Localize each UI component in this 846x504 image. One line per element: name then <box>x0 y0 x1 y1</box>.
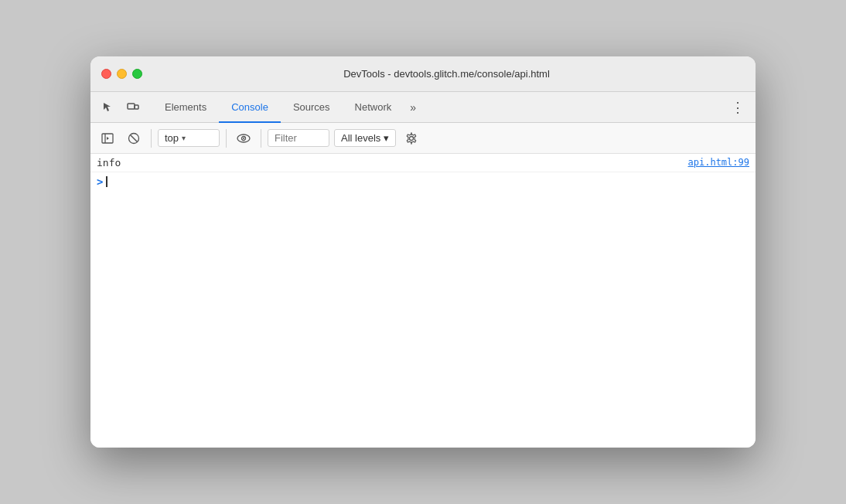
toolbar-divider-2 <box>226 129 227 148</box>
svg-rect-1 <box>135 105 138 109</box>
minimize-button[interactable] <box>117 69 127 79</box>
filter-input[interactable] <box>268 129 329 147</box>
tab-bar-icons <box>97 92 145 122</box>
tab-network[interactable]: Network <box>343 92 404 123</box>
desktop: DevTools - devtools.glitch.me/console/ap… <box>0 0 846 504</box>
console-log-row: info api.html:99 <box>90 154 756 172</box>
levels-label: All levels <box>341 132 380 144</box>
tab-console[interactable]: Console <box>219 92 281 123</box>
console-message-text: info <box>97 157 121 169</box>
svg-rect-0 <box>128 104 135 109</box>
svg-point-10 <box>410 136 414 140</box>
levels-arrow: ▾ <box>384 132 389 144</box>
toolbar-divider-3 <box>261 129 261 148</box>
svg-point-9 <box>243 138 244 139</box>
console-message: info <box>97 157 688 169</box>
console-prompt: > <box>97 175 103 188</box>
toolbar: top ▾ All levels ▾ <box>90 123 756 154</box>
toolbar-divider-1 <box>151 129 152 148</box>
svg-line-6 <box>131 135 138 141</box>
console-content: info api.html:99 > <box>90 154 756 448</box>
tabs: Elements Console Sources Network » <box>152 92 726 122</box>
maximize-button[interactable] <box>132 69 142 79</box>
context-label: top <box>165 132 179 144</box>
show-network-button[interactable] <box>233 128 254 149</box>
log-levels-selector[interactable]: All levels ▾ <box>334 129 396 147</box>
window-title: DevTools - devtools.glitch.me/console/ap… <box>148 68 745 80</box>
tab-bar: Elements Console Sources Network » ⋮ <box>90 92 756 123</box>
sidebar-toggle-button[interactable] <box>97 128 118 149</box>
device-toggle-icon[interactable] <box>121 96 145 119</box>
settings-button[interactable] <box>401 128 422 149</box>
more-options-button[interactable]: ⋮ <box>726 96 749 119</box>
tab-sources[interactable]: Sources <box>281 92 343 123</box>
title-bar: DevTools - devtools.glitch.me/console/ap… <box>90 56 756 92</box>
tab-overflow[interactable]: » <box>404 92 422 122</box>
tab-bar-right: ⋮ <box>726 92 749 122</box>
devtools-window: DevTools - devtools.glitch.me/console/ap… <box>90 56 756 448</box>
clear-console-button[interactable] <box>123 128 145 149</box>
tab-elements[interactable]: Elements <box>152 92 219 123</box>
context-arrow: ▾ <box>182 134 186 142</box>
console-source-link[interactable]: api.html:99 <box>688 157 749 168</box>
console-input-row[interactable]: > <box>90 172 756 191</box>
select-element-icon[interactable] <box>97 96 120 119</box>
console-cursor <box>106 176 107 187</box>
svg-marker-4 <box>107 137 109 140</box>
traffic-lights <box>101 69 142 79</box>
context-selector[interactable]: top ▾ <box>158 129 220 147</box>
close-button[interactable] <box>101 69 111 79</box>
